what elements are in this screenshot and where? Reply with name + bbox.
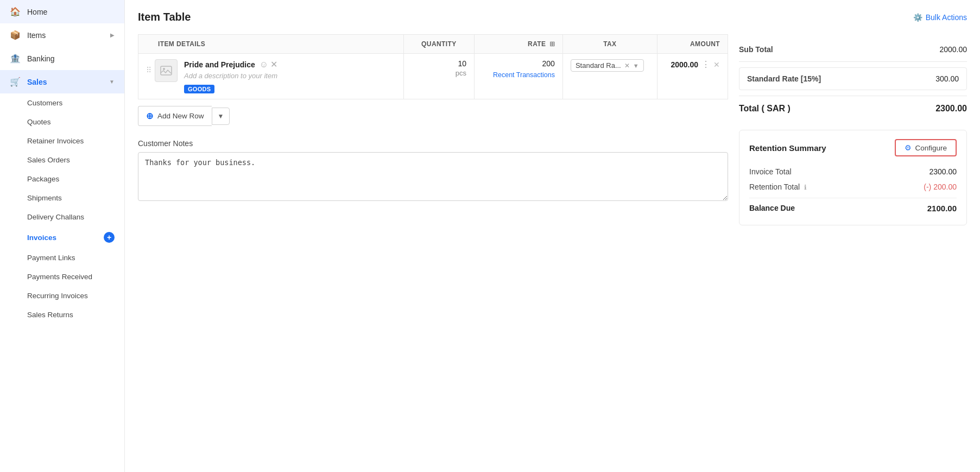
sidebar-item-packages[interactable]: Packages: [0, 169, 124, 188]
bulk-actions-label: Bulk Actions: [926, 13, 967, 22]
bulk-actions-button[interactable]: ⚙️ Bulk Actions: [913, 13, 967, 22]
sidebar-customers-label: Customers: [27, 99, 62, 107]
sidebar-item-items[interactable]: 📦 Items ▶: [0, 23, 124, 47]
subtotal-row: Sub Total 2000.00: [739, 39, 967, 62]
configure-gear-icon: ⚙: [905, 143, 912, 152]
sidebar-item-payment-links[interactable]: Payment Links: [0, 248, 124, 267]
tax-dropdown-icon[interactable]: ▼: [633, 62, 639, 69]
sidebar-item-items-label: Items: [27, 31, 46, 40]
banking-icon: 🏦: [10, 53, 21, 64]
item-details-cell: ⠿: [138, 54, 404, 99]
sidebar-item-recurring-invoices[interactable]: Recurring Invoices: [0, 286, 124, 305]
sidebar-payments-received-label: Payments Received: [27, 273, 92, 281]
quantity-cell: 10 pcs: [403, 54, 474, 99]
configure-button[interactable]: ⚙ Configure: [895, 139, 957, 156]
sidebar-item-banking[interactable]: 🏦 Banking: [0, 47, 124, 70]
sales-icon: 🛒: [10, 77, 21, 87]
total-label: Total ( SAR ): [739, 104, 791, 114]
tax-cell: Standard Ra... ✕ ▼: [562, 54, 657, 99]
totals-section: Sub Total 2000.00 Standard Rate [15%] 30…: [739, 39, 967, 120]
sidebar-item-sales[interactable]: 🛒 Sales ▼: [0, 70, 124, 93]
more-options-icon[interactable]: ⋮: [701, 59, 710, 70]
tax-name: Standard Ra...: [576, 61, 621, 70]
balance-due-row: Balance Due 2100.00: [749, 198, 957, 216]
add-row-container: ⊕ Add New Row ▼: [138, 106, 728, 126]
sidebar-shipments-label: Shipments: [27, 194, 62, 202]
item-description[interactable]: Add a description to your item: [184, 72, 277, 80]
retention-title: Retention Summary: [749, 143, 826, 153]
sidebar-item-sales-orders[interactable]: Sales Orders: [0, 150, 124, 169]
svg-point-1: [163, 68, 165, 70]
col-header-tax: TAX: [562, 35, 657, 54]
customer-notes-textarea[interactable]: [138, 152, 728, 201]
sidebar-item-sales-label: Sales: [27, 78, 47, 86]
item-action-icons: ☺ ✕: [260, 59, 277, 70]
main-content: Item Table ⚙️ Bulk Actions ITEM DETAILS …: [125, 0, 980, 472]
customer-notes-section: Customer Notes: [138, 139, 728, 203]
recent-transactions-link[interactable]: Recent Transactions: [482, 71, 555, 79]
sidebar-recurring-invoices-label: Recurring Invoices: [27, 292, 88, 300]
sidebar-item-payments-received[interactable]: Payments Received: [0, 267, 124, 286]
item-image: [155, 59, 178, 82]
sidebar-item-customers[interactable]: Customers: [0, 93, 124, 112]
sidebar-item-home[interactable]: 🏠 Home: [0, 0, 124, 23]
col-header-amount: AMOUNT: [657, 35, 728, 54]
retention-total-value: (-) 200.00: [924, 182, 957, 191]
sidebar-invoices-label: Invoices: [27, 234, 56, 242]
sidebar-item-invoices[interactable]: Invoices +: [0, 226, 124, 248]
table-row: ⠿: [138, 54, 728, 99]
sidebar-item-sales-returns[interactable]: Sales Returns: [0, 305, 124, 324]
tax-row: Standard Rate [15%] 300.00: [739, 67, 967, 90]
close-icon[interactable]: ✕: [270, 59, 277, 70]
sidebar-payment-links-label: Payment Links: [27, 254, 75, 262]
amount-value: 2000.00: [671, 60, 698, 69]
quantity-value[interactable]: 10: [412, 59, 466, 68]
sidebar-retainer-label: Retainer Invoices: [27, 137, 84, 145]
rate-edit-icon[interactable]: ⊞: [549, 40, 555, 48]
sidebar-item-retainer-invoices[interactable]: Retainer Invoices: [0, 131, 124, 150]
quantity-unit: pcs: [412, 69, 466, 77]
page-header: Item Table ⚙️ Bulk Actions: [138, 11, 967, 23]
customer-notes-label: Customer Notes: [138, 139, 728, 148]
item-name: Pride and Prejudice: [184, 60, 255, 69]
retention-total-label: Retention Total ℹ: [749, 182, 807, 191]
home-icon: 🏠: [10, 7, 21, 17]
chevron-down-icon: ▼: [218, 112, 224, 120]
sidebar-sales-returns-label: Sales Returns: [27, 311, 73, 319]
rate-value[interactable]: 200: [482, 59, 555, 68]
subtotal-label: Sub Total: [739, 45, 773, 54]
info-icon[interactable]: ℹ: [804, 184, 807, 191]
col-header-item-details: ITEM DETAILS: [138, 35, 404, 54]
retention-total-row: Retention Total ℹ (-) 200.00: [749, 179, 957, 194]
item-badge: GOODS: [184, 85, 214, 93]
sidebar-item-delivery-challans[interactable]: Delivery Challans: [0, 207, 124, 226]
drag-handle-icon[interactable]: ⠿: [146, 59, 151, 74]
balance-due-value: 2100.00: [927, 204, 957, 213]
item-info: Pride and Prejudice ☺ ✕ Add a descriptio…: [184, 59, 277, 93]
right-panel: Sub Total 2000.00 Standard Rate [15%] 30…: [739, 34, 967, 225]
subtotal-value: 2000.00: [939, 45, 967, 54]
left-panel: ITEM DETAILS QUANTITY RATE ⊞ TAX: [138, 34, 739, 225]
tax-tag: Standard Ra... ✕ ▼: [571, 59, 644, 72]
item-table: ITEM DETAILS QUANTITY RATE ⊞ TAX: [138, 34, 728, 99]
add-new-row-button[interactable]: ⊕ Add New Row: [138, 106, 212, 126]
configure-label: Configure: [915, 144, 947, 152]
tax-label: Standard Rate [15%]: [747, 74, 821, 83]
rate-cell: 200 Recent Transactions: [475, 54, 563, 99]
items-arrow-icon: ▶: [110, 32, 115, 38]
add-invoice-button[interactable]: +: [104, 232, 115, 243]
row-close-icon[interactable]: ✕: [713, 60, 720, 69]
balance-due-label: Balance Due: [749, 204, 795, 213]
tax-remove-icon[interactable]: ✕: [624, 62, 630, 70]
invoice-total-value: 2300.00: [929, 167, 957, 176]
sidebar-item-shipments[interactable]: Shipments: [0, 188, 124, 207]
amount-cell: 2000.00 ⋮ ✕: [657, 54, 728, 99]
add-row-dropdown-button[interactable]: ▼: [212, 108, 230, 125]
svg-rect-0: [161, 66, 172, 75]
total-value: 2300.00: [935, 104, 967, 114]
sidebar-item-quotes[interactable]: Quotes: [0, 112, 124, 131]
sidebar-packages-label: Packages: [27, 175, 59, 183]
sidebar-item-home-label: Home: [27, 8, 47, 16]
smiley-icon[interactable]: ☺: [260, 60, 268, 70]
add-row-label: Add New Row: [157, 112, 204, 120]
